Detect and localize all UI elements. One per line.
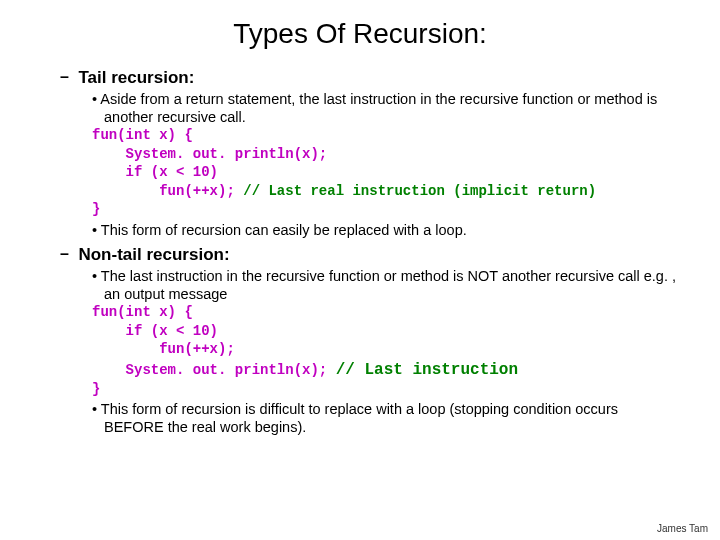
bullet-group: This form of recursion can easily be rep… <box>92 221 680 239</box>
code-line: if (x < 10) <box>92 164 680 182</box>
section-heading: Non-tail recursion: <box>78 245 229 264</box>
slide: Types Of Recursion: – Tail recursion: As… <box>0 0 720 540</box>
code-line: System. out. println(x); // Last instruc… <box>92 360 680 380</box>
code-line: fun(int x) { <box>92 127 680 145</box>
code-line: fun(int x) { <box>92 304 680 322</box>
section-tail: – Tail recursion: <box>60 68 680 88</box>
code-text: System. out. println(x); <box>92 362 336 378</box>
code-line: System. out. println(x); <box>92 146 680 164</box>
code-comment: // Last real instruction (implicit retur… <box>243 183 596 199</box>
code-line: if (x < 10) <box>92 323 680 341</box>
bullet-text: Aside from a return statement, the last … <box>92 90 680 126</box>
dash-icon: – <box>60 245 74 263</box>
bullet-text: This form of recursion can easily be rep… <box>92 221 680 239</box>
bullet-group: This form of recursion is difficult to r… <box>92 400 680 436</box>
code-line: fun(++x); <box>92 341 680 359</box>
dash-icon: – <box>60 68 74 86</box>
code-comment: // Last instruction <box>336 361 518 379</box>
section-heading: Tail recursion: <box>78 68 194 87</box>
code-text: fun(++x); <box>92 183 243 199</box>
code-line: fun(++x); // Last real instruction (impl… <box>92 183 680 201</box>
slide-title: Types Of Recursion: <box>40 18 680 50</box>
author-footer: James Tam <box>657 523 708 534</box>
code-line: } <box>92 201 680 219</box>
section-nontail: – Non-tail recursion: <box>60 245 680 265</box>
bullet-text: The last instruction in the recursive fu… <box>92 267 680 303</box>
bullet-group: The last instruction in the recursive fu… <box>92 267 680 303</box>
bullet-text: This form of recursion is difficult to r… <box>92 400 680 436</box>
code-line: } <box>92 381 680 399</box>
bullet-group: Aside from a return statement, the last … <box>92 90 680 126</box>
